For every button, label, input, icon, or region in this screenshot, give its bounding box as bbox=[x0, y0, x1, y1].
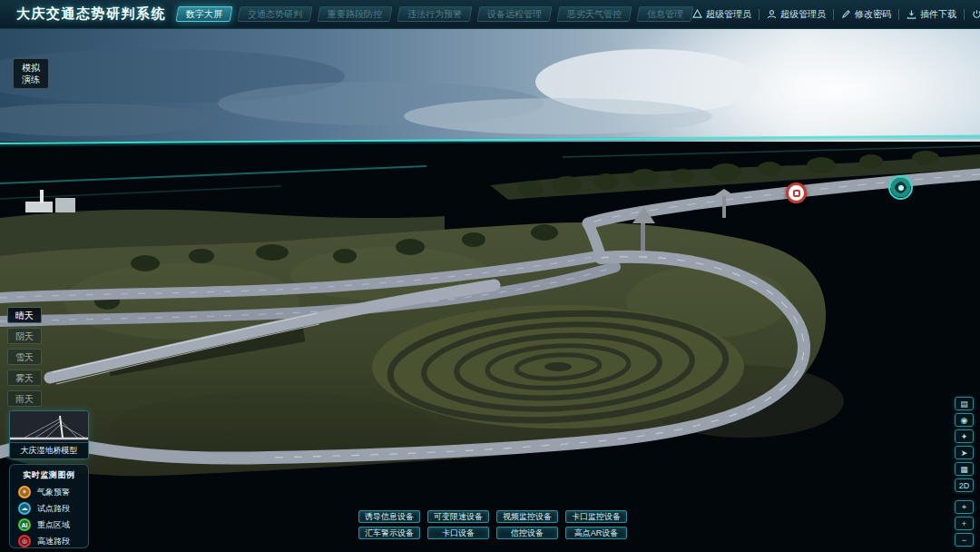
highpoint-ar-device-button[interactable]: 高点AR设备 bbox=[565, 527, 627, 539]
location-button[interactable]: ◉ bbox=[955, 413, 974, 427]
simulation-drill-button[interactable]: 模拟 演练 bbox=[13, 58, 49, 89]
weather-option-snow[interactable]: 雪天 bbox=[7, 349, 42, 365]
checkpoint-device-button[interactable]: 卡口设备 bbox=[427, 527, 489, 539]
weather-warning-icon: ☀ bbox=[18, 486, 31, 498]
mode-2d-label: 2D bbox=[959, 481, 970, 490]
tab-violation-warning[interactable]: 违法行为预警 bbox=[397, 6, 473, 22]
app-title: 大庆交通态势研判系统 bbox=[16, 5, 166, 23]
divider bbox=[759, 9, 760, 20]
nav-tabs: 数字大屏 交通态势研判 重要路段防控 违法行为预警 设备远程管理 恶劣天气管控 … bbox=[177, 6, 692, 22]
mode-2d-button[interactable]: 2D bbox=[955, 478, 974, 492]
measure-button[interactable]: ⌖ bbox=[955, 500, 974, 514]
legend-label: 高速路段 bbox=[37, 536, 70, 547]
legend-item-weather-warning[interactable]: ☀ 气象预警 bbox=[10, 484, 88, 500]
plugin-download-label: 插件下载 bbox=[920, 8, 956, 21]
building-icon: ▤ bbox=[960, 399, 968, 409]
change-password-button[interactable]: 修改密码 bbox=[841, 8, 891, 21]
measure-icon: ⌖ bbox=[962, 502, 966, 512]
tab-device-management[interactable]: 设备远程管理 bbox=[477, 6, 553, 22]
location-icon: ◉ bbox=[961, 416, 968, 425]
sim-line1: 模拟 bbox=[14, 62, 48, 74]
checkpoint-marker[interactable] bbox=[786, 182, 807, 203]
legend-item-key-area[interactable]: AI 重点区域 bbox=[10, 517, 88, 533]
user-icon bbox=[767, 9, 777, 19]
download-icon bbox=[906, 9, 916, 19]
cursor-button[interactable]: ➤ bbox=[955, 446, 974, 459]
tab-weather-control[interactable]: 恶劣天气管控 bbox=[557, 6, 632, 22]
device-button-panel: 诱导信息设备 可变限速设备 视频监控设备 卡口监控设备 汇车警示设备 卡口设备 … bbox=[358, 510, 627, 539]
role-label: 超级管理员 bbox=[706, 8, 751, 21]
guidance-info-device-button[interactable]: 诱导信息设备 bbox=[358, 510, 420, 523]
legend-item-highway[interactable]: ◎ 高速路段 bbox=[10, 533, 88, 549]
tab-digital-screen[interactable]: 数字大屏 bbox=[176, 6, 233, 22]
bridge-model-card[interactable]: 大庆湿地桥模型 bbox=[9, 410, 89, 459]
logout-button[interactable]: 退出 bbox=[972, 8, 980, 21]
change-password-label: 修改密码 bbox=[855, 8, 891, 21]
tab-label: 数字大屏 bbox=[186, 7, 222, 22]
compass-button[interactable]: ✦ bbox=[955, 429, 974, 443]
role-icon bbox=[692, 9, 702, 19]
legend-label: 重点区域 bbox=[37, 519, 70, 531]
bridge-model-caption: 大庆湿地桥模型 bbox=[10, 442, 88, 458]
legend-item-pilot-road[interactable]: ☁ 试点路段 bbox=[10, 500, 88, 517]
checkpoint-monitor-device-button[interactable]: 卡口监控设备 bbox=[565, 510, 627, 523]
weather-option-fog[interactable]: 雾天 bbox=[7, 370, 42, 386]
map-toolbar: ▤ ◉ ✦ ➤ ▦ 2D ⌖ + − bbox=[955, 397, 974, 547]
highway-icon: ◎ bbox=[18, 535, 31, 547]
tab-label: 交通态势研判 bbox=[248, 7, 302, 22]
building-button[interactable]: ▤ bbox=[955, 397, 974, 410]
ai-area-icon: AI bbox=[18, 518, 31, 531]
pilot-road-icon: ☁ bbox=[18, 502, 31, 515]
divider bbox=[964, 9, 965, 20]
tab-label: 信息管理 bbox=[647, 7, 683, 22]
header-bar: 大庆交通态势研判系统 数字大屏 交通态势研判 重要路段防控 违法行为预警 设备远… bbox=[0, 0, 980, 29]
tab-key-road-control[interactable]: 重要路段防控 bbox=[318, 6, 393, 22]
tab-label: 违法行为预警 bbox=[407, 7, 462, 22]
weather-option-rain[interactable]: 雨天 bbox=[7, 390, 42, 407]
video-monitor-device-button[interactable]: 视频监控设备 bbox=[496, 510, 558, 523]
username-item[interactable]: 超级管理员 bbox=[767, 8, 826, 21]
merge-warning-device-button[interactable]: 汇车警示设备 bbox=[358, 527, 420, 539]
pencil-icon bbox=[841, 9, 851, 19]
checkpoint-sign-icon bbox=[793, 190, 800, 197]
variable-speed-device-button[interactable]: 可变限速设备 bbox=[427, 510, 489, 523]
power-icon bbox=[972, 9, 980, 19]
weather-selector: 晴天 阴天 雪天 雾天 雨天 bbox=[7, 307, 42, 407]
plugin-download-button[interactable]: 插件下载 bbox=[906, 8, 956, 21]
legend-label: 气象预警 bbox=[37, 487, 70, 498]
sim-line2: 演练 bbox=[14, 74, 48, 85]
user-menu: 超级管理员 超级管理员 修改密码 插件下载 退出 bbox=[692, 8, 980, 21]
compass-icon: ✦ bbox=[961, 432, 968, 441]
cursor-icon: ➤ bbox=[961, 448, 968, 458]
camera-marker[interactable] bbox=[888, 175, 913, 200]
traffic-dashboard: { "app": { "title": "大庆交通态势研判系统" }, "hea… bbox=[0, 0, 980, 552]
plus-icon: + bbox=[962, 519, 966, 528]
minus-icon: − bbox=[962, 536, 966, 545]
signal-control-device-button[interactable]: 信控设备 bbox=[496, 527, 558, 539]
tab-info-management[interactable]: 信息管理 bbox=[637, 6, 694, 22]
tab-label: 设备远程管理 bbox=[487, 7, 542, 22]
username-label: 超级管理员 bbox=[780, 8, 826, 21]
grid-button[interactable]: ▦ bbox=[955, 462, 974, 476]
weather-option-sunny[interactable]: 晴天 bbox=[7, 307, 42, 323]
tab-label: 重要路段防控 bbox=[328, 7, 382, 22]
divider bbox=[898, 9, 899, 20]
legend-label: 试点路段 bbox=[37, 503, 70, 515]
tab-label: 恶劣天气管控 bbox=[567, 7, 622, 22]
zoom-out-button[interactable]: − bbox=[955, 533, 974, 547]
legend-title: 实时监测图例 bbox=[10, 469, 88, 481]
role-badge[interactable]: 超级管理员 bbox=[692, 8, 751, 21]
divider bbox=[833, 9, 834, 20]
camera-dot-icon bbox=[898, 185, 904, 191]
tab-traffic-analysis[interactable]: 交通态势研判 bbox=[238, 6, 313, 22]
map-3d-scene[interactable] bbox=[0, 29, 980, 552]
grid-icon: ▦ bbox=[960, 465, 968, 474]
monitoring-legend: 实时监测图例 ☀ 气象预警 ☁ 试点路段 AI 重点区域 ◎ 高速路段 bbox=[9, 464, 89, 548]
weather-option-overcast[interactable]: 阴天 bbox=[7, 328, 42, 344]
zoom-in-button[interactable]: + bbox=[955, 517, 974, 530]
